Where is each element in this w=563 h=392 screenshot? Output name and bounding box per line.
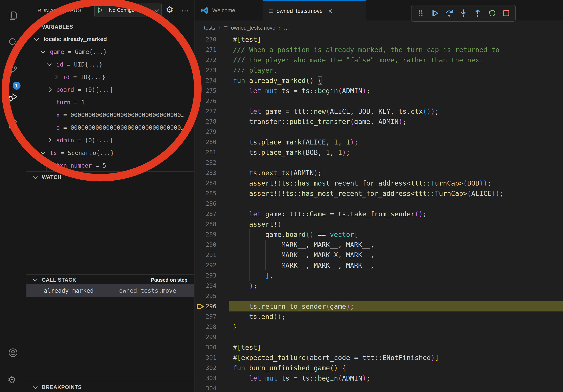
more-actions-icon[interactable]: … xyxy=(181,3,190,13)
code-line[interactable]: 275 let mut ts = ts::begin(ADMIN); xyxy=(194,86,563,96)
code-line[interactable]: 272/// the player who made the "false" m… xyxy=(194,55,563,65)
code-text[interactable]: #[expected_failure(abort_code = ttt::ENo… xyxy=(229,353,563,363)
code-line[interactable]: 271/// When a position is already marked… xyxy=(194,45,563,55)
code-text[interactable] xyxy=(229,332,563,342)
code-text[interactable]: /// the player who made the "false" move… xyxy=(229,55,563,65)
drag-handle-icon[interactable] xyxy=(415,8,426,18)
code-line[interactable]: 290 MARK__, MARK__, MARK__, xyxy=(194,240,563,250)
code-text[interactable]: #[test] xyxy=(229,342,563,353)
code-text[interactable] xyxy=(229,127,563,137)
call-stack-section-header[interactable]: CALL STACK Paused on step xyxy=(26,275,194,285)
code-line[interactable]: 304 xyxy=(194,383,563,392)
code-line[interactable]: 276 xyxy=(194,96,563,106)
step-over-button[interactable] xyxy=(444,8,454,18)
variable-row[interactable]: id = ID{...} xyxy=(26,71,194,83)
chevron-right-icon[interactable] xyxy=(53,75,58,79)
line-number[interactable]: 277 xyxy=(194,106,229,117)
run-and-debug-icon[interactable] xyxy=(8,91,19,102)
line-number-current[interactable]: 296 xyxy=(194,301,229,312)
line-number[interactable]: 304 xyxy=(194,383,229,392)
code-line[interactable]: 285 assert!(!ts::has_most_recent_for_add… xyxy=(194,188,563,198)
code-line[interactable]: 302fun burn_unfinished_game() { xyxy=(194,363,563,373)
chevron-down-icon[interactable] xyxy=(40,150,45,155)
code-text[interactable]: } xyxy=(229,322,563,332)
call-stack-frame-row[interactable]: already_marked owned_tests.move xyxy=(26,284,194,297)
code-line[interactable]: 289 game.board() == vector[ xyxy=(194,229,563,240)
code-text[interactable]: ], xyxy=(229,270,563,281)
code-line[interactable]: 273/// player. xyxy=(194,65,563,75)
code-text[interactable]: ts.place_mark(BOB, 1, 1); xyxy=(229,147,563,157)
code-text[interactable]: ); xyxy=(229,281,563,291)
code-text[interactable]: assert!(ts::has_most_recent_for_address<… xyxy=(229,178,563,188)
chevron-down-icon[interactable] xyxy=(40,49,45,53)
line-number[interactable]: 276 xyxy=(194,96,229,106)
code-text[interactable]: fun already_marked() { xyxy=(229,75,563,86)
code-text[interactable]: let game: ttt::Game = ts.take_from_sende… xyxy=(229,209,563,219)
line-number[interactable]: 288 xyxy=(194,219,229,229)
code-text[interactable]: MARK__, MARK__, MARK__, xyxy=(229,260,563,270)
line-number[interactable]: 280 xyxy=(194,137,229,147)
code-line[interactable]: 293 ], xyxy=(194,270,563,281)
variable-row[interactable]: x = 0000000000000000000000000000000… xyxy=(26,109,194,121)
variable-row[interactable]: admin = (0)[...] xyxy=(26,134,194,146)
code-text[interactable] xyxy=(229,198,563,209)
line-number[interactable]: 286 xyxy=(194,198,229,209)
code-line[interactable]: 274fun already_marked() { xyxy=(194,75,563,86)
code-text[interactable]: assert!(!ts::has_most_recent_for_address… xyxy=(229,188,563,198)
gear-icon[interactable]: ⚙ xyxy=(166,5,173,14)
code-line[interactable]: 292 MARK__, MARK__, MARK__, xyxy=(194,260,563,270)
code-text[interactable] xyxy=(229,383,563,392)
code-line[interactable]: 295 xyxy=(194,291,563,301)
code-text[interactable]: game.board() == vector[ xyxy=(229,229,563,240)
line-number[interactable]: 294 xyxy=(194,281,229,291)
variable-row[interactable]: id = UID{...} xyxy=(26,58,194,71)
extensions-icon[interactable] xyxy=(8,119,19,130)
code-text[interactable]: let mut ts = ts::begin(ADMIN); xyxy=(229,86,563,96)
breadcrumb-item-symbol[interactable]: … xyxy=(284,25,289,31)
variable-row[interactable]: ts = Scenario{...} xyxy=(26,146,194,159)
line-number[interactable]: 284 xyxy=(194,178,229,188)
launch-config-dropdown[interactable]: No Configur xyxy=(94,3,162,17)
code-text[interactable] xyxy=(229,96,563,106)
settings-gear-icon[interactable]: ⚙ xyxy=(8,375,19,386)
code-line[interactable]: 296 ts.return_to_sender(game); xyxy=(194,301,563,312)
code-text[interactable]: ts.return_to_sender(game); xyxy=(229,301,563,312)
line-number[interactable]: 301 xyxy=(194,353,229,363)
code-line[interactable]: 294 ); xyxy=(194,281,563,291)
chevron-down-icon[interactable] xyxy=(34,36,39,41)
code-text[interactable] xyxy=(229,157,563,168)
line-number[interactable]: 271 xyxy=(194,45,229,55)
code-line[interactable]: 283 ts.next_tx(ADMIN); xyxy=(194,168,563,178)
breakpoints-section-header[interactable]: BREAKPOINTS xyxy=(26,382,194,392)
code-area[interactable]: 270#[test]271/// When a position is alre… xyxy=(194,34,563,392)
variable-row[interactable]: turn = 1 xyxy=(26,96,194,109)
start-debugging-icon[interactable] xyxy=(95,3,106,17)
stop-button[interactable] xyxy=(501,8,511,18)
line-number[interactable]: 287 xyxy=(194,209,229,219)
code-line[interactable]: 299 xyxy=(194,332,563,342)
line-number[interactable]: 302 xyxy=(194,363,229,373)
code-text[interactable] xyxy=(229,291,563,301)
variable-row[interactable]: board = (9)[...] xyxy=(26,83,194,96)
restart-button[interactable] xyxy=(487,8,497,18)
line-number[interactable]: 285 xyxy=(194,188,229,198)
variable-row[interactable]: o = 0000000000000000000000000000000… xyxy=(26,121,194,134)
tab-welcome[interactable]: Welcome xyxy=(194,0,263,21)
chevron-right-icon[interactable] xyxy=(47,87,51,92)
breadcrumb-item-tests[interactable]: tests xyxy=(204,25,215,31)
watch-section-header[interactable]: WATCH xyxy=(26,172,194,182)
line-number[interactable]: 291 xyxy=(194,250,229,260)
breadcrumb-item-file[interactable]: owned_tests.move xyxy=(231,25,275,31)
code-line[interactable]: 291 MARK__, MARK_X, MARK__, xyxy=(194,250,563,260)
code-text[interactable]: ts.end(); xyxy=(229,312,563,322)
line-number[interactable]: 303 xyxy=(194,373,229,383)
account-icon[interactable] xyxy=(8,347,19,358)
code-line[interactable]: 270#[test] xyxy=(194,34,563,45)
step-into-button[interactable] xyxy=(458,8,469,18)
line-number[interactable]: 274 xyxy=(194,75,229,86)
code-line[interactable]: 280 ts.place_mark(ALICE, 1, 1); xyxy=(194,137,563,147)
code-line[interactable]: 278 transfer::public_transfer(game, ADMI… xyxy=(194,117,563,127)
tab-owned-tests-move[interactable]: ≡ owned_tests.move × xyxy=(263,0,366,21)
code-line[interactable]: 298} xyxy=(194,322,563,332)
code-text[interactable]: MARK__, MARK_X, MARK__, xyxy=(229,250,563,260)
